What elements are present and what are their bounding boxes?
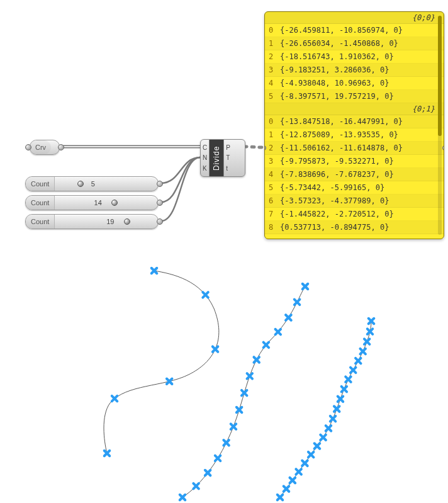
row-value: {-7.838696, -7.678237, 0} <box>280 168 436 181</box>
panel-scrollbar[interactable] <box>438 16 442 235</box>
row-value: {-11.506162, -11.614878, 0} <box>280 142 436 154</box>
division-marker <box>177 492 188 503</box>
division-marker <box>348 365 359 375</box>
division-marker <box>332 404 342 414</box>
division-marker <box>362 336 372 347</box>
division-marker <box>335 393 345 404</box>
division-marker <box>149 266 160 276</box>
output-port-t[interactable]: t <box>226 165 230 172</box>
slider-value: 5 <box>91 180 95 188</box>
panel-row: 1{-12.875089, -13.93535, 0} <box>265 128 444 142</box>
panel-row: 4{-7.838696, -7.678237, 0} <box>265 168 444 181</box>
slider-value: 19 <box>106 218 114 225</box>
viewport-curve <box>280 321 371 497</box>
division-marker <box>251 354 262 365</box>
division-marker <box>311 441 322 451</box>
panel-row: 5{-5.73442, -5.99165, 0} <box>265 181 444 195</box>
slider-track[interactable]: 14 <box>55 196 158 210</box>
row-index: 8 <box>269 221 280 234</box>
crv-param[interactable]: Crv <box>30 140 60 155</box>
row-index: 1 <box>269 128 280 141</box>
division-marker <box>272 327 283 337</box>
slider-knob[interactable] <box>124 218 130 225</box>
panel-output-grip[interactable] <box>442 145 444 151</box>
row-value: {-18.516743, 1.910362, 0} <box>280 50 436 63</box>
division-marker <box>239 388 250 398</box>
division-marker <box>210 344 221 354</box>
output-panel[interactable]: {0;0}0{-26.459811, -10.856974, 0}1{-26.6… <box>264 11 444 239</box>
scrollbar-thumb[interactable] <box>438 16 442 136</box>
input-ports: CNK <box>201 140 209 176</box>
row-index: 4 <box>269 168 280 181</box>
viewport-curve <box>104 271 219 453</box>
grip-left[interactable] <box>25 144 31 150</box>
division-marker <box>339 384 349 395</box>
division-marker <box>318 432 328 443</box>
panel-row: 3{-9.795873, -9.532271, 0} <box>265 155 444 168</box>
output-port-t[interactable]: T <box>226 154 230 161</box>
division-marker <box>300 281 311 292</box>
input-port-n[interactable]: N <box>203 154 207 161</box>
division-marker <box>292 297 303 307</box>
slider-label: Count <box>26 215 55 229</box>
division-marker <box>164 376 175 387</box>
panel-row: 0{-13.847518, -16.447991, 0} <box>265 115 444 128</box>
divide-component[interactable]: CNK Divide PTt <box>200 139 245 177</box>
row-index: 6 <box>269 195 280 207</box>
row-value: {-5.73442, -5.99165, 0} <box>280 181 436 194</box>
output-ports: PTt <box>224 140 232 176</box>
division-marker <box>260 339 271 350</box>
row-index: 0 <box>269 115 280 128</box>
row-index: 1 <box>269 37 280 50</box>
slider-output-grip[interactable] <box>157 218 163 225</box>
panel-row: 4{-4.938048, 10.96963, 0} <box>265 77 444 90</box>
count-slider[interactable]: Count19 <box>25 214 159 229</box>
division-marker <box>203 468 213 478</box>
division-marker <box>343 374 354 385</box>
division-marker <box>328 414 339 424</box>
slider-output-grip[interactable] <box>157 181 163 187</box>
row-value: {-9.795873, -9.532271, 0} <box>280 155 436 167</box>
input-port-c[interactable]: C <box>203 144 207 151</box>
row-index: 3 <box>269 64 280 76</box>
division-marker <box>293 466 304 477</box>
count-slider[interactable]: Count5 <box>25 176 159 191</box>
row-value: {-1.445822, -2.720512, 0} <box>280 208 436 220</box>
row-value: {-26.459811, -10.856974, 0} <box>280 24 436 37</box>
division-marker <box>300 458 310 468</box>
row-index: 2 <box>269 142 280 154</box>
row-index: 5 <box>269 90 280 103</box>
panel-row: 6{-3.57323, -4.377989, 0} <box>265 195 444 208</box>
panel-body: {0;0}0{-26.459811, -10.856974, 0}1{-26.6… <box>265 12 444 234</box>
division-marker <box>228 421 238 432</box>
output-port-p[interactable]: P <box>226 144 230 151</box>
slider-output-grip[interactable] <box>157 200 163 206</box>
grip-right[interactable] <box>58 144 64 150</box>
row-value: {0.537713, -0.894775, 0} <box>280 221 436 234</box>
row-value: {-9.183251, 3.286036, 0} <box>280 64 436 76</box>
division-marker <box>234 405 245 415</box>
division-marker <box>306 449 316 460</box>
slider-knob[interactable] <box>77 181 84 187</box>
count-slider[interactable]: Count14 <box>25 195 159 210</box>
panel-row: 2{-18.516743, 1.910362, 0} <box>265 50 444 64</box>
panel-row: 1{-26.656034, -1.450868, 0} <box>265 37 444 50</box>
panel-row: 2{-11.506162, -11.614878, 0} <box>265 142 444 155</box>
input-port-k[interactable]: K <box>203 165 207 172</box>
slider-track[interactable]: 5 <box>55 177 158 191</box>
row-value: {-26.656034, -1.450868, 0} <box>280 37 436 50</box>
division-marker <box>287 475 298 485</box>
component-core: Divide <box>209 140 224 176</box>
panel-row: 8{0.537713, -0.894775, 0} <box>265 221 444 234</box>
division-marker <box>221 438 232 448</box>
branch-header: {0;0} <box>265 12 444 24</box>
division-marker <box>323 423 333 434</box>
division-marker <box>357 346 368 357</box>
row-value: {-8.397571, 19.757219, 0} <box>280 90 436 103</box>
division-marker <box>213 453 223 463</box>
slider-knob[interactable] <box>111 200 118 206</box>
slider-value: 14 <box>94 199 102 206</box>
row-index: 2 <box>269 50 280 63</box>
row-index: 7 <box>269 208 280 220</box>
slider-track[interactable]: 19 <box>55 215 158 229</box>
